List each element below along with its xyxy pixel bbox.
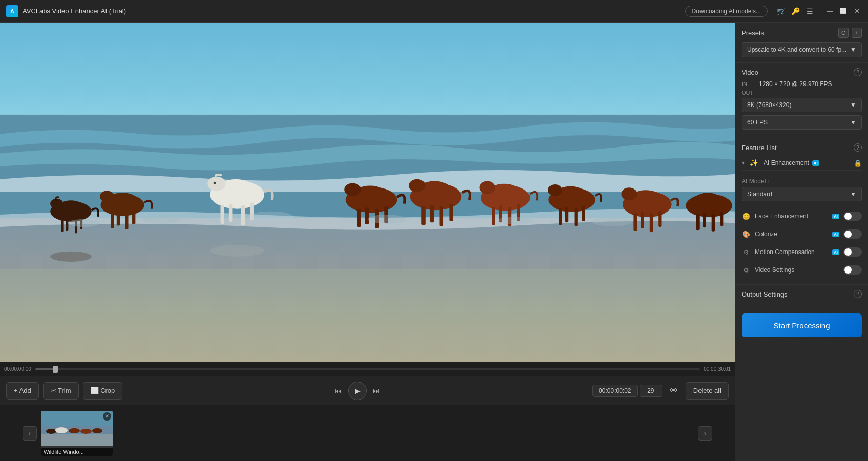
feature-list-help-icon[interactable]: ? xyxy=(854,143,862,152)
timeline-thumb[interactable] xyxy=(53,366,58,373)
download-badge[interactable]: Downloading AI models... xyxy=(685,6,768,17)
video-help-icon[interactable]: ? xyxy=(854,68,862,76)
maximize-button[interactable]: ⬜ xyxy=(838,6,849,16)
presets-section: Presets C + Upscale to 4K and convert to… xyxy=(735,23,868,63)
video-in-row: IN 1280 × 720 @ 29.970 FPS xyxy=(742,80,862,88)
svg-rect-17 xyxy=(125,213,128,229)
face-enhancement-row: 😊 Face Enhancement AI xyxy=(742,207,862,225)
start-processing-button[interactable]: Start Processing xyxy=(742,313,862,337)
preset-chevron-icon: ▼ xyxy=(850,46,856,53)
cart-icon[interactable]: 🛒 xyxy=(776,6,786,16)
add-button[interactable]: + Add xyxy=(6,382,39,400)
colorize-toggle-dot xyxy=(844,230,852,238)
ai-enhancement-row: ▾ ✨ AI Enhancement AI 🔒 xyxy=(742,156,862,171)
presets-icons: C + xyxy=(838,28,862,38)
svg-rect-59 xyxy=(641,212,644,228)
output-settings-header: Output Settings ? xyxy=(742,290,862,298)
face-enhancement-toggle[interactable] xyxy=(843,212,862,221)
svg-point-14 xyxy=(100,191,114,202)
svg-rect-40 xyxy=(449,204,453,221)
svg-rect-24 xyxy=(241,205,245,225)
fps-chevron-icon: ▼ xyxy=(850,119,856,126)
settings-icon: ⚙ xyxy=(742,265,751,275)
close-button[interactable]: ✕ xyxy=(852,6,862,16)
play-button[interactable]: ▶ xyxy=(348,382,367,400)
video-out-fps-dropdown[interactable]: 60 FPS ▼ xyxy=(742,115,862,130)
skip-back-button[interactable]: ⏮ xyxy=(331,383,346,399)
thumbnail-close-button[interactable]: ✕ xyxy=(103,412,111,421)
lock-icon: 🔒 xyxy=(854,159,862,167)
colorize-label: Colorize xyxy=(755,230,828,238)
video-settings-toggle[interactable] xyxy=(843,265,862,275)
svg-point-83 xyxy=(92,428,102,433)
svg-point-80 xyxy=(55,427,68,433)
trim-button[interactable]: ✂ Trim xyxy=(43,382,79,400)
svg-point-57 xyxy=(621,187,637,200)
face-toggle-dot xyxy=(844,213,852,220)
svg-point-26 xyxy=(214,182,216,184)
svg-point-43 xyxy=(480,181,495,194)
ai-model-value: Standard xyxy=(747,191,772,198)
svg-point-50 xyxy=(548,184,562,196)
output-settings-section: Output Settings ? xyxy=(735,285,868,307)
strip-prev-arrow[interactable]: ‹ xyxy=(23,426,37,441)
thumb-scene-svg xyxy=(41,411,113,446)
crop-button[interactable]: ⬜ Crop xyxy=(83,382,123,400)
strip-next-arrow[interactable]: › xyxy=(698,426,712,441)
window-controls: — ⬜ ✕ xyxy=(825,6,862,16)
preset-add-button[interactable]: + xyxy=(852,28,862,38)
ai-badge-face: AI xyxy=(832,214,839,219)
minimize-button[interactable]: — xyxy=(825,6,835,16)
ai-enhancement-chevron[interactable]: ▾ xyxy=(742,159,745,166)
svg-point-75 xyxy=(210,245,264,257)
ai-badge-colorize: AI xyxy=(832,232,839,237)
ai-model-dropdown[interactable]: Standard ▼ xyxy=(742,187,862,201)
timeline-end-time: 00:00:30:01 xyxy=(704,366,731,372)
face-icon: 😊 xyxy=(742,212,751,221)
playback-controls: ⏮ ▶ ⏭ xyxy=(331,382,384,400)
motion-compensation-label: Motion Compensation xyxy=(755,248,828,256)
model-chevron-icon: ▼ xyxy=(850,191,856,198)
svg-point-72 xyxy=(498,217,534,224)
motion-compensation-toggle[interactable] xyxy=(843,247,862,257)
svg-rect-38 xyxy=(430,205,434,222)
skip-forward-button[interactable]: ⏭ xyxy=(369,383,384,399)
key-icon[interactable]: 🔑 xyxy=(790,6,800,16)
app-logo: A xyxy=(6,5,18,17)
video-section-header: Video ? xyxy=(742,68,862,76)
res-chevron-icon: ▼ xyxy=(850,101,856,109)
delete-all-button[interactable]: Delete all xyxy=(686,382,729,400)
ai-model-label: AI Model : xyxy=(742,178,862,185)
ai-enhancement-label: AI Enhancement xyxy=(764,159,809,166)
svg-point-29 xyxy=(344,183,361,196)
video-out-res-dropdown[interactable]: 8K (7680×4320) ▼ xyxy=(742,98,862,112)
svg-rect-15 xyxy=(111,213,114,228)
colorize-toggle[interactable] xyxy=(843,229,862,239)
svg-rect-60 xyxy=(650,214,653,233)
preset-copy-button[interactable]: C xyxy=(838,28,849,38)
time-display: 00:00:00:02 29 xyxy=(592,385,662,397)
svg-rect-9 xyxy=(66,218,68,230)
title-icons: 🛒 🔑 ☰ — ⬜ ✕ xyxy=(776,6,862,16)
svg-rect-64 xyxy=(696,214,699,230)
timeline-bar[interactable] xyxy=(35,368,700,370)
svg-rect-58 xyxy=(633,214,637,231)
preset-dropdown[interactable]: Upscale to 4K and convert to 60 fp... ▼ xyxy=(742,42,862,57)
feature-list-header: Feature List ? xyxy=(742,143,862,152)
svg-rect-54 xyxy=(582,205,585,221)
frame-input[interactable]: 29 xyxy=(640,385,662,397)
current-time-input[interactable]: 00:00:00:02 xyxy=(592,385,638,397)
thumbnail-label: Wildlife Windo... xyxy=(41,448,113,456)
video-in-value: 1280 × 720 @ 29.970 FPS xyxy=(759,80,832,88)
colorize-row: 🎨 Colorize AI xyxy=(742,225,862,243)
svg-rect-51 xyxy=(559,208,562,225)
output-settings-title: Output Settings xyxy=(742,290,788,298)
menu-icon[interactable]: ☰ xyxy=(805,6,815,16)
svg-rect-18 xyxy=(132,210,135,224)
preview-toggle-button[interactable]: 👁 xyxy=(666,383,682,399)
svg-rect-66 xyxy=(712,214,715,232)
output-help-icon[interactable]: ? xyxy=(854,290,862,298)
video-settings-row: ⚙ Video Settings xyxy=(742,261,862,279)
thumbnail-item[interactable]: Wildlife Windo... ✕ xyxy=(41,411,113,456)
svg-point-81 xyxy=(69,428,80,433)
